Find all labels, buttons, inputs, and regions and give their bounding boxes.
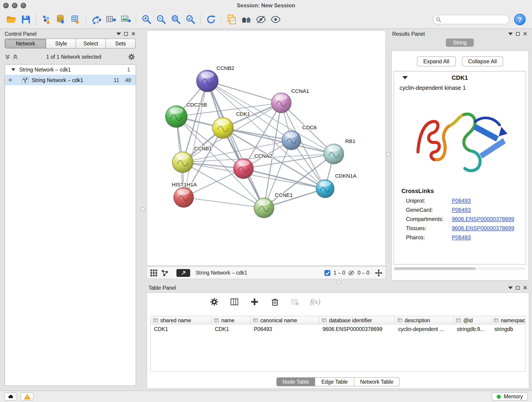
function-builder-button[interactable]: f(x): [310, 298, 320, 306]
edge-HIST1H1A-CCNE1[interactable]: [184, 197, 264, 208]
open-in-window-button[interactable]: [177, 269, 190, 277]
copy-document-button[interactable]: [225, 13, 238, 26]
collapse-panel-icon[interactable]: [508, 32, 513, 35]
edge-CDK1-RB1[interactable]: [223, 128, 334, 154]
edge-CCNB2-HIST1H1A[interactable]: [184, 81, 207, 197]
zoom-out-button[interactable]: [154, 13, 168, 26]
float-panel-icon[interactable]: [124, 32, 128, 36]
tab-style[interactable]: Style: [46, 39, 76, 48]
help-button[interactable]: ?: [514, 14, 526, 25]
close-panel-icon[interactable]: ✕: [131, 32, 136, 36]
network-canvas[interactable]: CCNB2CCNA1CDC25BCDK1CDC6RB1CCNB1CCNA2CDK…: [147, 31, 385, 265]
float-panel-icon[interactable]: [516, 286, 520, 290]
clear-table-button-disabled[interactable]: [290, 297, 299, 306]
column-header--id[interactable]: @id: [454, 316, 491, 325]
gene-section-header[interactable]: CDK1: [394, 71, 526, 83]
import-network-from-file-button[interactable]: [39, 13, 53, 26]
table-cell[interactable]: cyclin-dependent ...: [395, 325, 454, 333]
search-input[interactable]: [443, 16, 506, 23]
expand-all-button[interactable]: Expand All: [417, 56, 456, 66]
edge-CCNB2-CCNA1[interactable]: [207, 81, 281, 103]
collapse-panel-icon[interactable]: [508, 287, 513, 289]
tab-sets[interactable]: Sets: [106, 39, 135, 48]
warnings-button[interactable]: [21, 392, 33, 401]
cloud-status-button[interactable]: [4, 392, 17, 401]
open-session-button[interactable]: [4, 13, 18, 26]
tab-select[interactable]: Select: [76, 39, 106, 48]
disclosure-triangle-icon[interactable]: [12, 68, 15, 71]
network-options-button[interactable]: [127, 53, 136, 61]
crosslink-value-link[interactable]: P06493: [452, 207, 471, 213]
crosslink-value-link[interactable]: 9606.ENSP00000378699: [452, 216, 514, 222]
table-cell[interactable]: P06493: [251, 325, 319, 333]
export-table-button[interactable]: [104, 13, 118, 26]
column-header-canonical-name[interactable]: canonical name: [251, 316, 319, 325]
tab-network[interactable]: Network: [5, 39, 46, 48]
scrollbar-thumb[interactable]: [394, 267, 476, 270]
edge-CCNB2-RB1[interactable]: [207, 81, 334, 154]
show-all-button[interactable]: [268, 13, 282, 26]
export-image-button[interactable]: [119, 13, 133, 26]
pan-mode-button[interactable]: [375, 269, 383, 277]
network-row-selected[interactable]: String Network – cdk1 11 48: [5, 75, 136, 85]
import-network-from-database-button[interactable]: [54, 13, 68, 26]
collapse-all-button[interactable]: Collapse All: [462, 56, 503, 66]
edge-CCNB2-CCNE1[interactable]: [207, 81, 264, 208]
hide-selected-button[interactable]: [254, 13, 268, 26]
export-network-button[interactable]: [89, 13, 103, 26]
node-CCNA1[interactable]: CCNA1: [271, 88, 309, 113]
create-column-button[interactable]: [250, 297, 259, 306]
table-cell[interactable]: CDK1: [151, 325, 212, 333]
table-cell[interactable]: stringdb:9...: [454, 325, 491, 333]
column-header-shared-name[interactable]: shared name: [151, 316, 212, 325]
close-panel-icon[interactable]: ✕: [523, 286, 527, 290]
memory-button[interactable]: Memory: [492, 392, 528, 401]
network-overview-icon[interactable]: [161, 269, 169, 277]
node-CDKN1A[interactable]: CDKN1A: [316, 173, 356, 198]
splitter-handle[interactable]: [141, 207, 145, 211]
collapse-all-icon[interactable]: [5, 54, 11, 60]
zoom-in-button[interactable]: [139, 13, 153, 26]
node-CCNB1[interactable]: CCNB1: [172, 146, 212, 173]
results-horizontal-scrollbar[interactable]: [394, 267, 526, 270]
column-header-namespac[interactable]: namespac: [491, 316, 526, 325]
hidden-eye-slash-icon[interactable]: [348, 269, 355, 276]
show-columns-button[interactable]: [230, 297, 239, 306]
table-options-button[interactable]: [209, 297, 219, 306]
column-header-name[interactable]: name: [212, 316, 251, 325]
column-header-database-identifier[interactable]: database identifier: [319, 316, 395, 325]
close-panel-icon[interactable]: ✕: [523, 32, 527, 36]
expand-all-icon[interactable]: [12, 54, 18, 60]
grid-view-icon[interactable]: [150, 269, 158, 277]
node-CCNB2[interactable]: CCNB2: [196, 65, 234, 92]
home-neighbors-button[interactable]: [239, 13, 253, 26]
splitter-handle[interactable]: [386, 152, 390, 156]
save-session-button[interactable]: [19, 13, 32, 26]
table-cell[interactable]: 9606.ENSP00000378699: [319, 325, 395, 333]
crosslink-value-link[interactable]: P06493: [452, 198, 471, 204]
tab-string[interactable]: String: [446, 38, 474, 47]
column-header-description[interactable]: description: [395, 316, 454, 325]
node-HIST1H1A[interactable]: HIST1H1A: [172, 182, 197, 207]
table-row[interactable]: CDK1CDK1P064939606.ENSP00000378699cyclin…: [151, 325, 525, 333]
zoom-selected-button[interactable]: [183, 13, 197, 26]
tab-edge-table[interactable]: Edge Table: [315, 377, 354, 386]
zoom-fit-button[interactable]: [169, 13, 182, 26]
node-RB1[interactable]: RB1: [324, 138, 355, 164]
node-CCNE1[interactable]: CCNE1: [254, 192, 293, 218]
node-CDC6[interactable]: CDC6: [282, 124, 317, 150]
apply-layout-button[interactable]: [204, 13, 218, 26]
splitter-handle[interactable]: [337, 280, 341, 284]
table-cell[interactable]: stringdb: [491, 325, 526, 333]
selected-checkbox-icon[interactable]: [324, 269, 331, 276]
disclosure-triangle-icon[interactable]: [402, 76, 408, 79]
delete-column-button[interactable]: [270, 297, 279, 306]
network-collection-row[interactable]: String Network – cdk1 1: [5, 65, 136, 75]
tab-node-table[interactable]: Node Table: [276, 377, 316, 386]
float-panel-icon[interactable]: [516, 32, 520, 36]
import-table-from-file-button[interactable]: [69, 13, 82, 26]
crosslink-value-link[interactable]: 9606.ENSP00000378699: [452, 225, 514, 231]
table-cell[interactable]: CDK1: [212, 325, 251, 333]
network-view[interactable]: CCNB2CCNA1CDC25BCDK1CDC6RB1CCNB1CCNA2CDK…: [147, 30, 386, 266]
collapse-panel-icon[interactable]: [116, 32, 121, 35]
